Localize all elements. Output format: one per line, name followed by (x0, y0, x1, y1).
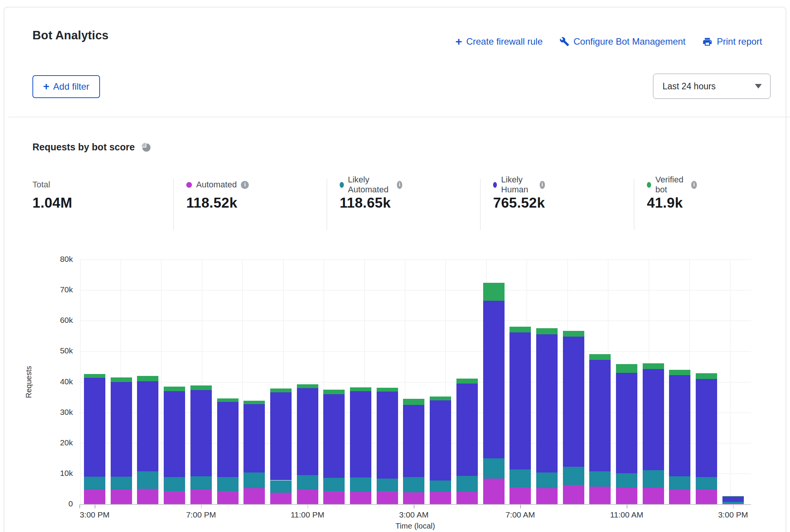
bar-segment-likely_automated[interactable] (456, 476, 478, 492)
bar-segment-likely_automated[interactable] (722, 502, 744, 503)
bar-segment-likely_automated[interactable] (137, 471, 158, 489)
bar-segment-verified_bot[interactable] (84, 374, 105, 378)
bar-segment-verified_bot[interactable] (616, 364, 637, 373)
bar-segment-verified_bot[interactable] (643, 363, 664, 369)
info-icon[interactable]: i (241, 181, 249, 189)
bar-segment-automated[interactable] (164, 491, 185, 504)
bar-segment-likely_automated[interactable] (323, 478, 345, 491)
bar-segment-likely_automated[interactable] (403, 477, 424, 492)
bar-segment-automated[interactable] (84, 490, 105, 504)
bar-segment-verified_bot[interactable] (669, 370, 690, 375)
bar-segment-verified_bot[interactable] (190, 385, 212, 390)
bar-segment-verified_bot[interactable] (509, 327, 531, 332)
bar-segment-automated[interactable] (589, 487, 611, 504)
bar-segment-automated[interactable] (643, 488, 664, 504)
bar-segment-likely_automated[interactable] (297, 475, 318, 490)
bar-segment-verified_bot[interactable] (430, 397, 451, 400)
bar-segment-likely_human[interactable] (137, 381, 158, 471)
bar-segment-likely_human[interactable] (323, 394, 345, 478)
bar-segment-automated[interactable] (456, 492, 478, 504)
bar-segment-automated[interactable] (297, 490, 318, 504)
bar-segment-automated[interactable] (616, 488, 637, 504)
bar-segment-likely_automated[interactable] (483, 458, 505, 479)
bar-segment-likely_human[interactable] (297, 388, 318, 475)
bar-segment-likely_human[interactable] (377, 392, 398, 479)
info-icon[interactable]: i (397, 181, 403, 189)
bar-segment-likely_automated[interactable] (563, 467, 584, 485)
bar-segment-likely_human[interactable] (722, 497, 744, 502)
bar-segment-likely_automated[interactable] (430, 480, 451, 492)
bar-segment-verified_bot[interactable] (297, 384, 318, 388)
bar-segment-likely_human[interactable] (217, 402, 239, 477)
bar-segment-likely_automated[interactable] (243, 472, 265, 488)
bar-segment-automated[interactable] (350, 492, 371, 504)
configure-bot-management-link[interactable]: Configure Bot Management (559, 36, 686, 47)
bar-segment-likely_human[interactable] (589, 360, 611, 471)
bar-segment-automated[interactable] (190, 490, 212, 504)
bar-segment-likely_automated[interactable] (669, 476, 690, 489)
print-report-link[interactable]: Print report (702, 36, 762, 47)
bar-segment-verified_bot[interactable] (456, 379, 478, 383)
bar-segment-likely_human[interactable] (643, 369, 664, 470)
add-filter-button[interactable]: + Add filter (32, 75, 100, 98)
bar-segment-automated[interactable] (217, 491, 239, 504)
bar-segment-automated[interactable] (563, 485, 584, 504)
bar-segment-automated[interactable] (137, 489, 158, 504)
bar-segment-automated[interactable] (111, 490, 132, 504)
bar-segment-automated[interactable] (377, 491, 398, 504)
bar-segment-verified_bot[interactable] (589, 354, 611, 360)
bar-segment-verified_bot[interactable] (696, 373, 717, 379)
create-firewall-rule-link[interactable]: +Create firewall rule (455, 36, 543, 47)
bar-segment-likely_human[interactable] (456, 384, 478, 476)
bar-segment-automated[interactable] (483, 479, 505, 504)
bar-segment-likely_automated[interactable] (616, 473, 637, 488)
bar-segment-automated[interactable] (270, 493, 292, 504)
bar-segment-verified_bot[interactable] (483, 283, 505, 301)
bar-segment-likely_human[interactable] (403, 405, 424, 477)
bar-segment-likely_automated[interactable] (217, 477, 239, 491)
bar-segment-automated[interactable] (243, 488, 265, 504)
bar-segment-automated[interactable] (509, 487, 531, 504)
bar-segment-automated[interactable] (536, 488, 558, 504)
bar-segment-likely_human[interactable] (350, 391, 371, 477)
bar-segment-verified_bot[interactable] (111, 377, 132, 382)
bar-segment-likely_human[interactable] (696, 379, 717, 477)
bar-segment-likely_human[interactable] (669, 375, 690, 476)
bar-segment-likely_human[interactable] (509, 332, 531, 470)
bar-segment-likely_human[interactable] (164, 391, 185, 477)
bar-segment-likely_automated[interactable] (164, 477, 185, 491)
bar-segment-verified_bot[interactable] (243, 401, 265, 404)
bar-segment-automated[interactable] (403, 492, 424, 504)
bar-segment-verified_bot[interactable] (350, 387, 371, 391)
bar-segment-automated[interactable] (696, 490, 717, 504)
bar-segment-verified_bot[interactable] (323, 390, 345, 394)
bar-segment-likely_human[interactable] (563, 337, 584, 467)
bar-segment-likely_automated[interactable] (350, 477, 371, 492)
bar-segment-likely_automated[interactable] (536, 472, 558, 488)
bar-segment-automated[interactable] (669, 489, 690, 504)
bar-segment-likely_automated[interactable] (270, 480, 292, 493)
bar-segment-verified_bot[interactable] (137, 376, 158, 381)
bar-segment-likely_human[interactable] (483, 301, 505, 458)
bar-segment-likely_automated[interactable] (509, 469, 531, 487)
bar-segment-likely_human[interactable] (616, 373, 637, 473)
bar-segment-automated[interactable] (430, 492, 451, 504)
bar-segment-automated[interactable] (323, 491, 345, 504)
bar-segment-likely_human[interactable] (190, 390, 212, 476)
bar-segment-likely_automated[interactable] (377, 479, 398, 491)
bar-segment-likely_automated[interactable] (643, 470, 664, 488)
bar-segment-likely_automated[interactable] (111, 477, 132, 490)
bar-segment-likely_human[interactable] (536, 334, 558, 472)
bar-segment-verified_bot[interactable] (403, 399, 424, 405)
bar-segment-verified_bot[interactable] (563, 331, 584, 336)
bar-segment-likely_human[interactable] (430, 400, 451, 480)
bar-segment-likely_automated[interactable] (190, 476, 212, 490)
bar-segment-likely_human[interactable] (270, 392, 292, 480)
bar-segment-likely_human[interactable] (111, 382, 132, 477)
info-icon[interactable]: i (540, 181, 545, 189)
bar-segment-likely_automated[interactable] (589, 471, 611, 487)
bar-segment-verified_bot[interactable] (217, 398, 239, 402)
bar-segment-verified_bot[interactable] (722, 496, 744, 497)
bar-segment-verified_bot[interactable] (270, 389, 292, 392)
bar-segment-likely_human[interactable] (243, 404, 265, 472)
